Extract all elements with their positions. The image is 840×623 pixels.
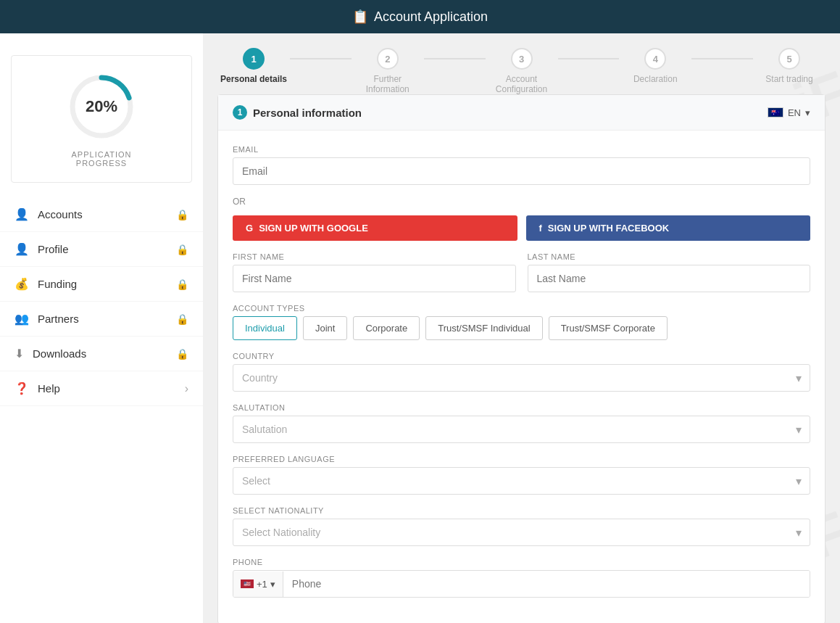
first-name-field-group: FIRST NAME xyxy=(233,252,516,292)
step-3: 3 Account Configuration xyxy=(486,48,558,94)
step-label-5: Start trading xyxy=(753,74,826,84)
step-circle-4: 4 xyxy=(644,48,666,70)
account-types-row: Individual Joint Corporate Trust/SMSF In… xyxy=(233,316,810,340)
language-field-group: PREFERRED LANGUAGE Select ▾ xyxy=(233,455,810,495)
step-connector-3-4 xyxy=(558,58,620,59)
sidebar-label-downloads: Downloads xyxy=(33,347,86,360)
lang-selector[interactable]: 🇦🇺 EN ▾ xyxy=(768,107,810,118)
sidebar-label-partners: Partners xyxy=(38,313,79,325)
phone-row: 🇺🇸 +1 ▾ xyxy=(233,570,810,598)
step-label-4: Declaration xyxy=(619,74,691,84)
help-icon: ❓ xyxy=(14,381,29,395)
account-type-individual[interactable]: Individual xyxy=(233,316,297,340)
nationality-field-group: SELECT NATIONALITY Select Nationality ▾ xyxy=(233,506,810,546)
sidebar-label-accounts: Accounts xyxy=(38,208,83,220)
language-label: PREFERRED LANGUAGE xyxy=(233,455,810,463)
step-4: 4 Declaration xyxy=(619,48,691,84)
social-buttons: G SIGN UP WITH GOOGLE f SIGN UP WITH FAC… xyxy=(233,215,810,241)
funding-lock-icon: 🔒 xyxy=(176,279,188,290)
last-name-field-group: LAST NAME xyxy=(528,252,811,292)
main-content: 1 Personal details 2 Further Information… xyxy=(203,33,840,623)
partners-icon: 👥 xyxy=(14,312,29,326)
step-connector-1-2 xyxy=(290,58,352,59)
profile-icon: 👤 xyxy=(14,242,29,256)
nationality-select[interactable]: Select Nationality xyxy=(233,519,810,546)
sidebar-label-funding: Funding xyxy=(38,278,77,290)
progress-label: APPLICATIONPROGRESS xyxy=(72,150,132,168)
progress-section: 20% APPLICATIONPROGRESS xyxy=(11,55,192,183)
progress-circle: 20% xyxy=(65,70,138,143)
salutation-select-wrapper: Salutation ▾ xyxy=(233,416,810,443)
step-5: 5 Start trading xyxy=(753,48,826,84)
first-name-label: FIRST NAME xyxy=(233,252,516,261)
phone-input[interactable] xyxy=(283,571,810,597)
phone-field-group: PHONE 🇺🇸 +1 ▾ xyxy=(233,558,810,598)
downloads-icon: ⬇ xyxy=(14,347,24,360)
language-select[interactable]: Select xyxy=(233,467,810,495)
progress-percent: 20% xyxy=(86,97,117,116)
account-type-corporate[interactable]: Corporate xyxy=(353,316,420,340)
country-select-wrapper: Country ▾ xyxy=(233,364,810,392)
sidebar-item-downloads[interactable]: ⬇ Downloads 🔒 xyxy=(0,337,203,371)
facebook-signup-button[interactable]: f SIGN UP WITH FACEBOOK xyxy=(526,215,811,241)
accounts-lock-icon: 🔒 xyxy=(176,209,188,220)
sidebar-label-profile: Profile xyxy=(38,243,69,255)
sidebar-item-funding[interactable]: 💰 Funding 🔒 xyxy=(0,267,203,302)
google-signup-button[interactable]: G SIGN UP WITH GOOGLE xyxy=(233,215,517,241)
funding-icon: 💰 xyxy=(14,277,29,291)
sidebar-item-partners[interactable]: 👥 Partners 🔒 xyxy=(0,302,203,337)
sidebar-item-help[interactable]: ❓ Help › xyxy=(0,371,203,406)
country-select[interactable]: Country xyxy=(233,364,810,392)
step-connector-4-5 xyxy=(691,58,753,59)
sidebar-item-accounts[interactable]: 👤 Accounts 🔒 xyxy=(0,197,203,232)
step-connector-2-3 xyxy=(424,58,486,59)
account-type-joint[interactable]: Joint xyxy=(303,316,347,340)
sidebar-item-profile[interactable]: 👤 Profile 🔒 xyxy=(0,232,203,267)
downloads-lock-icon: 🔒 xyxy=(176,348,188,360)
step-circle-1: 1 xyxy=(243,48,265,70)
or-divider: OR xyxy=(233,197,810,207)
phone-prefix[interactable]: 🇺🇸 +1 ▾ xyxy=(233,572,283,597)
step-2: 2 Further Information xyxy=(352,48,424,94)
sidebar-label-help: Help xyxy=(38,382,60,395)
email-input[interactable] xyxy=(233,157,810,185)
form-card: 1 Personal information 🇦🇺 EN ▾ EMAIL OR xyxy=(217,94,826,623)
step-circle-5: 5 xyxy=(778,48,800,70)
google-btn-label: SIGN UP WITH GOOGLE xyxy=(259,223,368,234)
country-field-group: COUNTRY Country ▾ xyxy=(233,352,810,392)
steps-row: 1 Personal details 2 Further Information… xyxy=(217,48,826,94)
account-type-trust-smsf-corporate[interactable]: Trust/SMSF Corporate xyxy=(549,316,668,340)
form-body: EMAIL OR G SIGN UP WITH GOOGLE f SIGN UP… xyxy=(218,131,825,623)
language-select-wrapper: Select ▾ xyxy=(233,467,810,495)
last-name-input[interactable] xyxy=(528,265,811,292)
salutation-select[interactable]: Salutation xyxy=(233,416,810,443)
phone-label: PHONE xyxy=(233,558,810,566)
account-types-label: ACCOUNT TYPES xyxy=(233,304,810,313)
header-title: Account Application xyxy=(374,9,488,25)
facebook-icon: f xyxy=(539,223,542,234)
account-type-trust-smsf-individual[interactable]: Trust/SMSF Individual xyxy=(425,316,542,340)
lang-chevron-icon: ▾ xyxy=(805,107,810,118)
step-1: 1 Personal details xyxy=(217,48,290,84)
email-field-group: EMAIL xyxy=(233,145,810,185)
country-label: COUNTRY xyxy=(233,352,810,360)
phone-country-code: +1 xyxy=(257,579,267,590)
nationality-select-wrapper: Select Nationality ▾ xyxy=(233,519,810,546)
account-types-field-group: ACCOUNT TYPES Individual Joint Corporate… xyxy=(233,304,810,340)
phone-prefix-chevron-icon: ▾ xyxy=(270,579,275,590)
step-label-1: Personal details xyxy=(217,74,290,84)
facebook-btn-label: SIGN UP WITH FACEBOOK xyxy=(548,223,669,234)
step-label-3: Account Configuration xyxy=(486,74,558,94)
form-card-header: 1 Personal information 🇦🇺 EN ▾ xyxy=(218,95,825,131)
nationality-label: SELECT NATIONALITY xyxy=(233,506,810,515)
google-icon: G xyxy=(246,223,253,234)
help-chevron-icon: › xyxy=(185,382,188,395)
section-title: Personal information xyxy=(253,107,362,119)
sidebar: 20% APPLICATIONPROGRESS 👤 Accounts 🔒 👤 P… xyxy=(0,33,203,623)
header-icon: 📋 xyxy=(352,9,368,25)
first-name-input[interactable] xyxy=(233,265,516,292)
profile-lock-icon: 🔒 xyxy=(176,244,188,255)
partners-lock-icon: 🔒 xyxy=(176,313,188,325)
salutation-field-group: SALUTATION Salutation ▾ xyxy=(233,403,810,443)
name-row: FIRST NAME LAST NAME xyxy=(233,252,810,304)
